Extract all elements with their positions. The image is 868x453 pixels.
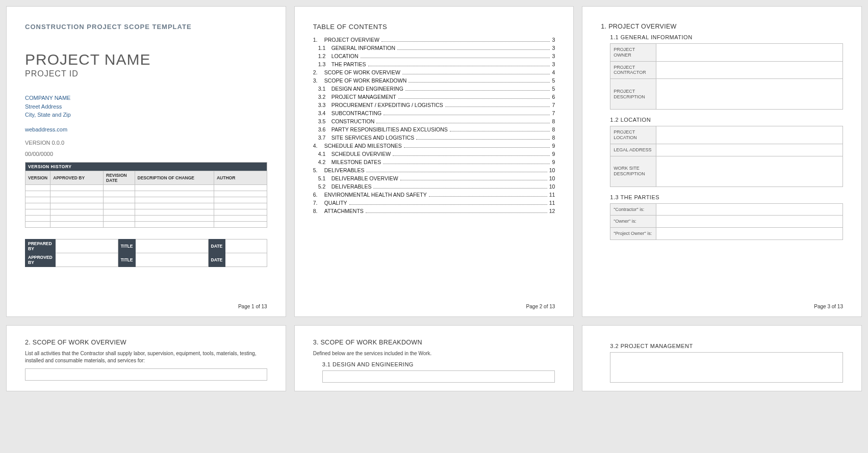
toc-page: 8 [552,126,555,132]
toc-leader [376,123,550,123]
col-approved: APPROVED BY [50,171,104,184]
toc-text: SCHEDULE OVERVIEW [331,151,391,157]
toc-page: 10 [549,167,555,173]
toc-entry: 3.6PARTY RESPONSIBILITIES AND EXCLUSIONS… [313,126,555,132]
lbl-approved: APPROVED BY [25,253,56,267]
page-footer: Page 1 of 13 [238,304,267,309]
company-name: COMPANY NAME [25,94,267,102]
toc-leader [383,164,550,164]
toc-page: 8 [552,118,555,124]
toc-entry: 3.5CONSTRUCTION8 [313,118,555,124]
toc-number: 6. [313,192,324,198]
toc-text: SITE SERVICES AND LOGISTICS [331,135,415,141]
col-author: AUTHOR [214,171,267,184]
toc-number: 3.2 [318,94,331,100]
web-address: webaddress.com [25,126,267,132]
row-party1: "Contractor" is: [610,203,656,216]
toc-text: SCOPE OF WORK OVERVIEW [324,69,400,75]
toc-text: DESIGN AND ENGINEERING [331,86,403,92]
toc-list: 1.PROJECT OVERVIEW31.1GENERAL INFORMATIO… [313,37,555,214]
toc-leader [445,106,550,107]
general-info-table: PROJECT OWNER PROJECT CONTRACTOR PROJECT… [610,43,843,110]
toc-page: 3 [552,61,555,67]
toc-number: 3.4 [318,110,331,116]
toc-entry: 3.7SITE SERVICES AND LOGISTICS8 [313,135,555,141]
toc-number: 3.6 [318,126,331,132]
toc-text: DELIVERABLES [331,183,372,190]
toc-text: PROCUREMENT / EXPEDITING / LOGISTICS [331,102,443,108]
lbl-prepared: PREPARED BY [25,239,56,253]
toc-page: 3 [552,45,555,51]
content-box [25,368,267,381]
toc-entry: 8.ATTACHMENTS12 [313,208,555,214]
subsec-1-2: 1.2 LOCATION [610,117,843,123]
toc-number: 5. [313,167,324,173]
street-address: Street Address [25,102,267,111]
table-row [25,197,267,203]
subsec-1-1: 1.1 GENERAL INFORMATION [610,34,843,40]
sec-1-header: 1. PROJECT OVERVIEW [601,23,843,30]
toc-page: 11 [549,192,555,198]
toc-text: DELIVERABLE OVERVIEW [331,175,398,181]
toc-leader [429,196,547,197]
toc-leader [402,74,550,74]
toc-page: 3 [552,53,555,59]
toc-page: 7 [552,102,555,108]
toc-text: SCHEDULE AND MILESTONES [324,143,402,149]
table-row [25,203,267,209]
project-id: PROJECT ID [25,69,267,78]
location-table: PROJECT LOCATION LEGAL ADDRESS WORK SITE… [610,126,843,186]
page-2: TABLE OF CONTENTS 1.PROJECT OVERVIEW31.1… [294,6,574,317]
toc-number: 2. [313,69,324,75]
row-party2: "Owner" is: [610,216,656,228]
toc-entry: 7.QUALITY11 [313,200,555,206]
row-contractor: PROJECT CONTRACTOR [610,61,656,79]
toc-text: CONSTRUCTION [331,118,375,124]
toc-number: 3.5 [318,118,331,124]
toc-page: 9 [552,159,555,165]
date-string: 00/00/0000 [25,151,267,157]
page-footer: Page 2 of 13 [526,304,555,309]
toc-leader [368,66,550,66]
toc-entry: 3.1DESIGN AND ENGINEERING5 [313,86,555,92]
toc-number: 8. [313,208,324,214]
toc-number: 4.1 [318,151,331,157]
toc-number: 1.3 [318,61,331,67]
toc-page: 9 [552,151,555,157]
template-header: CONSTRUCTION PROJECT SCOPE TEMPLATE [25,23,267,31]
toc-leader [400,180,547,180]
toc-entry: 3.3PROCUREMENT / EXPEDITING / LOGISTICS7 [313,102,555,108]
page-3: 1. PROJECT OVERVIEW 1.1 GENERAL INFORMAT… [582,6,862,317]
toc-number: 1.1 [318,45,331,51]
row-site: WORK SITE DESCRIPTION [610,156,656,186]
toc-number: 5.1 [318,175,331,181]
toc-text: SUBCONTRACTING [331,110,382,116]
toc-page: 10 [549,175,555,181]
page-5: 3. SCOPE OF WORK BREAKDOWN Defined below… [294,325,574,391]
toc-leader [416,139,550,140]
toc-page: 6 [552,94,555,100]
sec-2-header: 2. SCOPE OF WORK OVERVIEW [25,339,267,346]
toc-text: PROJECT MANAGEMENT [331,94,396,100]
toc-leader [366,172,547,172]
toc-page: 11 [549,200,555,206]
toc-number: 3. [313,77,324,84]
toc-page: 7 [552,110,555,116]
toc-text: LOCATION [331,53,359,59]
toc-text: QUALITY [324,200,347,206]
row-party3: "Project Owner" is: [610,228,656,240]
toc-leader [361,58,550,58]
toc-page: 5 [552,77,555,84]
toc-text: PROJECT OVERVIEW [324,37,379,43]
city-state-zip: City, State and Zip [25,111,267,119]
toc-number: 3.1 [318,86,331,92]
lbl-title2: TITLE [118,253,136,267]
toc-leader [381,41,550,42]
content-box [322,370,555,383]
toc-leader [373,188,547,189]
toc-entry: 1.PROJECT OVERVIEW3 [313,37,555,43]
toc-text: ENVIRONMENTAL HEALTH AND SAFETY [324,192,427,198]
toc-leader [398,98,550,99]
parties-table: "Contractor" is: "Owner" is: "Project Ow… [610,203,843,240]
toc-number: 1. [313,37,324,43]
